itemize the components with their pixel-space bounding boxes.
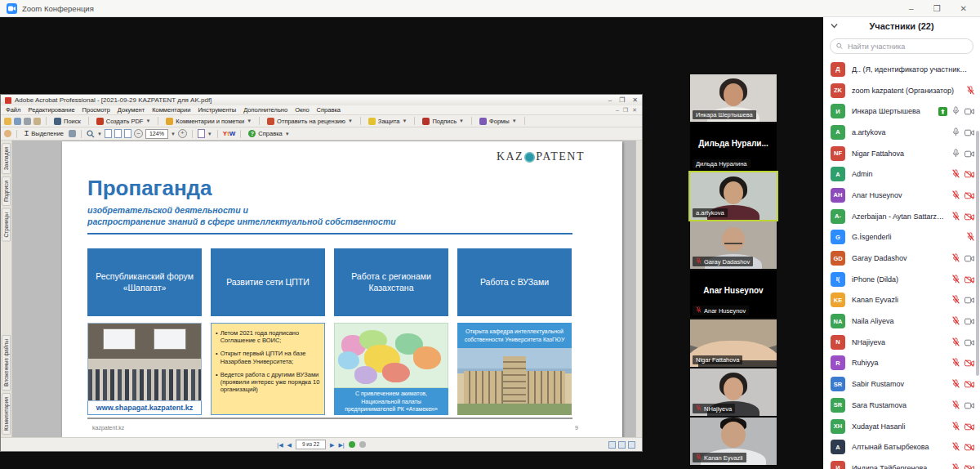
menu-Просмотр[interactable]: Просмотр: [82, 106, 110, 114]
participant-row[interactable]: Aa.artykova: [823, 122, 980, 143]
mic-muted-icon[interactable]: [952, 461, 960, 469]
mic-muted-icon[interactable]: [952, 419, 960, 434]
mic-muted-icon[interactable]: [952, 209, 960, 224]
previous-view-button[interactable]: [349, 441, 355, 448]
participant-row[interactable]: AАлтынай Батырбекова: [823, 436, 980, 458]
participant-row[interactable]: GG.İsgenderli: [823, 227, 980, 248]
doc-restore-button[interactable]: ❐: [623, 107, 628, 114]
video-thumbnail-Garay Dadashov[interactable]: Garay Dadashov: [690, 221, 777, 269]
zoom-out-button[interactable]: –: [134, 129, 143, 138]
camera-off-icon[interactable]: [964, 272, 974, 287]
participant-row[interactable]: A-Azerbaijan - Aytan Sattarzada: [823, 206, 980, 227]
camera-off-icon[interactable]: [964, 440, 974, 454]
participant-row[interactable]: NFNigar Fattahova: [823, 143, 980, 164]
minimize-button[interactable]: –: [909, 4, 914, 13]
mic-muted-icon[interactable]: [952, 377, 960, 391]
acrobat-minimize-button[interactable]: –: [608, 96, 612, 104]
video-thumbnail-Дильда Нуралина[interactable]: Дильда Нурали...Дильда Нуралина: [690, 123, 777, 171]
создать-pdf-button[interactable]: Создать PDF▼: [94, 118, 154, 125]
camera-off-icon[interactable]: [964, 188, 974, 203]
menu-Справка[interactable]: Справка: [317, 106, 341, 114]
sidebar-tab-Закладки[interactable]: Закладки: [2, 143, 11, 174]
mic-muted-icon[interactable]: [952, 398, 960, 413]
sidebar-tab-Комментарии[interactable]: Комментарии: [2, 393, 11, 435]
search-button[interactable]: Поиск: [51, 118, 83, 125]
camera-off-icon[interactable]: [964, 419, 974, 434]
fit-width-icon[interactable]: [124, 129, 131, 138]
participant-row[interactable]: SRSara Rustamova: [823, 395, 980, 416]
menu-Дополнительно[interactable]: Дополнительно: [243, 106, 287, 114]
participant-row[interactable]: AAdmin: [823, 163, 980, 185]
zoom-tool-icon[interactable]: [87, 127, 95, 141]
menu-Файл[interactable]: Файл: [6, 106, 20, 114]
комментарии-и-пометки-button[interactable]: Комментарии и пометки▼: [163, 118, 254, 125]
mic-muted-icon[interactable]: [967, 83, 974, 98]
participant-row[interactable]: ZKzoom kazpatent (Организатор): [823, 80, 980, 101]
camera-off-icon[interactable]: [964, 355, 974, 370]
video-thumbnail-a.artykova[interactable]: a.artykova: [690, 172, 777, 220]
menu-Инструменты[interactable]: Инструменты: [198, 106, 236, 114]
mic-muted-icon[interactable]: [952, 355, 960, 370]
next-page-button[interactable]: ▶: [330, 442, 334, 448]
participant-row[interactable]: KEKanan Eyvazli: [823, 290, 980, 311]
mic-icon[interactable]: [952, 104, 960, 118]
participant-row[interactable]: SRSabir Rustamov: [823, 373, 980, 395]
close-button[interactable]: ✕: [960, 4, 967, 13]
camera-off-icon[interactable]: [964, 167, 974, 181]
participant-row[interactable]: NANaila Aliyeva: [823, 310, 980, 332]
first-page-button[interactable]: |◀: [277, 442, 283, 448]
sidebar-tab-Вложенные файлы[interactable]: Вложенные файлы: [2, 335, 11, 391]
video-thumbnail-Anar Huseynov[interactable]: Anar HuseynovAnar Huseynov: [690, 270, 777, 318]
mic-muted-icon[interactable]: [952, 251, 960, 266]
mic-muted-icon[interactable]: [952, 314, 960, 328]
защита-button[interactable]: Защита▼: [366, 118, 410, 125]
формы-button[interactable]: Формы▼: [477, 118, 519, 125]
mic-muted-icon[interactable]: [952, 272, 960, 287]
participant-row[interactable]: I(iPhone (Dilda): [823, 269, 980, 290]
camera-icon[interactable]: [964, 125, 974, 140]
camera-off-icon[interactable]: [964, 209, 974, 224]
menu-Комментарии[interactable]: Комментарии: [152, 106, 190, 114]
mic-icon[interactable]: [952, 146, 960, 161]
continuous-view-icon[interactable]: [618, 441, 626, 449]
open-file-icon[interactable]: [4, 118, 11, 125]
mic-muted-icon[interactable]: [952, 167, 960, 181]
sidebar-tab-Подписи[interactable]: Подписи: [2, 176, 11, 206]
sidebar-tab-Страницы[interactable]: Страницы: [2, 208, 11, 242]
last-page-button[interactable]: ▶|: [338, 442, 344, 448]
participant-row[interactable]: ИИнкара Шертышева: [823, 100, 980, 122]
camera-off-icon[interactable]: [964, 377, 974, 391]
mic-muted-icon[interactable]: [952, 188, 960, 203]
video-thumbnail-Nigar Fattahova[interactable]: Nigar Fattahova: [690, 319, 777, 367]
next-view-button[interactable]: [359, 441, 366, 448]
page-indicator[interactable]: 9 из 22: [296, 440, 326, 449]
menu-Документ[interactable]: Документ: [118, 106, 145, 114]
select-tool-button[interactable]: ᏆВыделение: [22, 130, 66, 138]
search-input[interactable]: [846, 42, 967, 51]
video-thumbnail-Инкара Шертышева[interactable]: Инкара Шертышева: [690, 74, 777, 122]
participant-row[interactable]: RRuhiyya: [823, 353, 980, 374]
acrobat-close-button[interactable]: ✕: [632, 96, 638, 104]
document-scrollbar[interactable]: [635, 141, 642, 437]
chevron-down-icon[interactable]: [831, 23, 838, 29]
previous-page-button[interactable]: ◀: [287, 442, 292, 448]
camera-icon[interactable]: [964, 398, 974, 413]
menu-Редактирование[interactable]: Редактирование: [28, 106, 74, 114]
video-thumbnail-NHajiyeva[interactable]: NHajiyeva: [690, 368, 777, 416]
camera-icon[interactable]: [964, 314, 974, 328]
facing-view-icon[interactable]: [628, 441, 635, 449]
page-display-icon[interactable]: [198, 129, 205, 138]
print-icon[interactable]: [24, 118, 31, 125]
participant-row[interactable]: NNHajiyeva: [823, 332, 980, 353]
single-page-view-icon[interactable]: [608, 441, 616, 449]
save-icon[interactable]: [14, 118, 21, 125]
doc-minimize-button[interactable]: –: [616, 107, 619, 114]
camera-icon[interactable]: [964, 293, 974, 307]
camera-icon[interactable]: [964, 104, 974, 118]
zoom-level-input[interactable]: 124%: [145, 129, 168, 139]
mic-muted-icon[interactable]: [952, 293, 960, 307]
participant-row[interactable]: ИИндира Тайбергенова: [823, 458, 980, 469]
camera-icon[interactable]: [964, 251, 974, 266]
participant-row[interactable]: XHXudayat Hasanli: [823, 416, 980, 437]
doc-close-button[interactable]: ✕: [632, 107, 637, 114]
